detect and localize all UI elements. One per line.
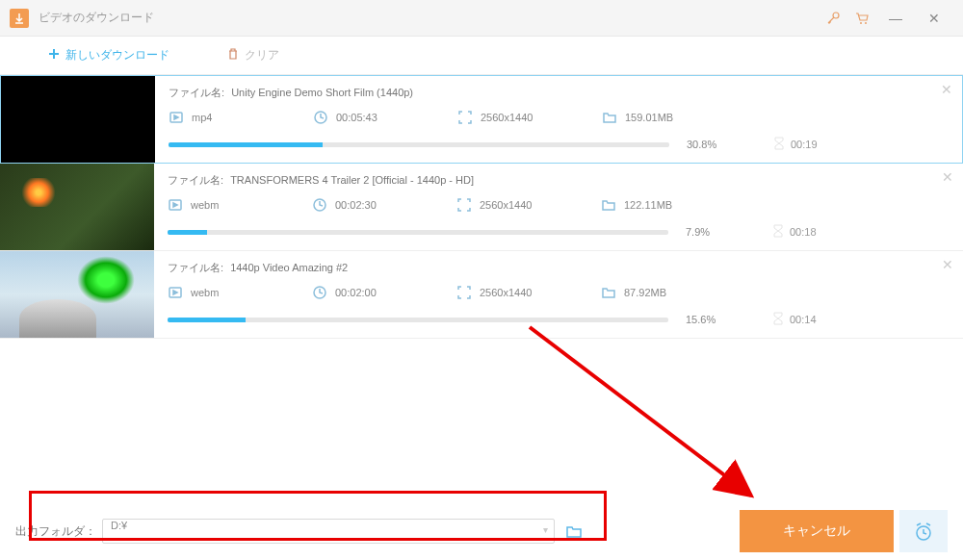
trash-icon <box>227 48 239 63</box>
meta-row: mp4 00:05:43 2560x1440 159.01MB <box>169 110 949 125</box>
format-cell: webm <box>168 285 312 300</box>
resolution-cell: 2560x1440 <box>456 197 601 213</box>
filename-value: Unity Engine Demo Short Film (1440p) <box>231 87 413 98</box>
download-list: ファイル名: Unity Engine Demo Short Film (144… <box>0 75 963 339</box>
close-window-button[interactable]: ✕ <box>915 0 953 37</box>
size-cell: 122.11MB <box>601 197 745 213</box>
footer: 出力フォルダ： D:¥ ▾ キャンセル <box>0 502 963 560</box>
filename-value: TRANSFORMERS 4 Trailer 2 [Official - 144… <box>230 174 474 186</box>
progress-percent: 30.8% <box>687 139 735 150</box>
progress-row: 30.8% 00:19 <box>169 137 949 152</box>
hourglass-icon <box>772 312 784 327</box>
svg-point-1 <box>860 22 862 24</box>
thumbnail <box>1 76 155 163</box>
format-cell: mp4 <box>169 110 313 125</box>
duration-cell: 00:05:43 <box>313 110 457 125</box>
folder-icon <box>602 110 617 125</box>
format-icon <box>169 110 184 125</box>
clock-icon <box>312 285 327 300</box>
thumbnail <box>0 251 154 338</box>
format-icon <box>168 197 183 213</box>
download-row[interactable]: ファイル名: TRANSFORMERS 4 Trailer 2 [Officia… <box>0 164 963 251</box>
browse-folder-button[interactable] <box>560 519 587 544</box>
size-cell: 159.01MB <box>602 110 746 125</box>
cancel-button[interactable]: キャンセル <box>740 510 894 552</box>
resolution-icon <box>456 197 472 213</box>
size-cell: 87.92MB <box>601 285 745 300</box>
filename-line: ファイル名: Unity Engine Demo Short Film (144… <box>169 86 949 100</box>
eta: 00:14 <box>772 312 817 327</box>
meta-row: webm 00:02:30 2560x1440 122.11MB <box>168 197 950 213</box>
hourglass-icon <box>772 224 784 240</box>
format-cell: webm <box>168 197 312 213</box>
format-icon <box>168 285 183 300</box>
titlebar: ビデオのダウンロード — ✕ <box>0 0 963 37</box>
resolution-cell: 2560x1440 <box>456 285 601 300</box>
resolution-cell: 2560x1440 <box>457 110 602 125</box>
remove-download-button[interactable]: ✕ <box>941 82 952 97</box>
cart-icon[interactable] <box>847 4 876 33</box>
remove-download-button[interactable]: ✕ <box>942 257 953 272</box>
clock-icon <box>312 197 327 213</box>
cancel-label: キャンセル <box>783 522 850 540</box>
output-folder-input[interactable]: D:¥ ▾ <box>102 519 555 544</box>
progress-bar <box>168 318 668 322</box>
clock-icon <box>313 110 328 125</box>
toolbar: 新しいダウンロード クリア <box>0 37 963 75</box>
progress-row: 7.9% 00:18 <box>168 224 950 240</box>
duration-cell: 00:02:00 <box>312 285 456 300</box>
output-folder-value: D:¥ <box>111 520 127 531</box>
new-download-label: 新しいダウンロード <box>65 47 169 64</box>
filename-label: ファイル名: <box>168 262 223 273</box>
filename-label: ファイル名: <box>168 174 223 186</box>
progress-percent: 15.6% <box>686 314 734 325</box>
duration-cell: 00:02:30 <box>312 197 456 213</box>
progress-bar <box>169 142 669 147</box>
filename-label: ファイル名: <box>169 87 224 98</box>
download-info: ファイル名: TRANSFORMERS 4 Trailer 2 [Officia… <box>154 164 963 250</box>
folder-icon <box>601 285 616 300</box>
svg-line-10 <box>530 327 751 496</box>
svg-point-2 <box>865 22 867 24</box>
download-row[interactable]: ファイル名: 1440p Video Amazing #2 webm 00:02… <box>0 251 963 339</box>
app-logo <box>10 9 29 28</box>
chevron-down-icon: ▾ <box>543 524 548 535</box>
clear-label: クリア <box>245 47 279 64</box>
minimize-button[interactable]: — <box>876 0 915 37</box>
key-icon[interactable] <box>819 4 847 33</box>
thumbnail <box>0 164 154 250</box>
remove-download-button[interactable]: ✕ <box>942 169 953 185</box>
eta: 00:18 <box>772 224 817 240</box>
hourglass-icon <box>773 137 785 152</box>
filename-line: ファイル名: TRANSFORMERS 4 Trailer 2 [Officia… <box>168 173 950 188</box>
annotation-arrow <box>520 318 790 520</box>
folder-icon <box>601 197 616 213</box>
output-folder-area: 出力フォルダ： D:¥ ▾ <box>15 519 740 544</box>
download-info: ファイル名: Unity Engine Demo Short Film (144… <box>155 76 962 163</box>
plus-icon <box>48 48 60 63</box>
meta-row: webm 00:02:00 2560x1440 87.92MB <box>168 285 950 300</box>
clear-button[interactable]: クリア <box>227 47 279 64</box>
download-info: ファイル名: 1440p Video Amazing #2 webm 00:02… <box>154 251 963 338</box>
new-download-button[interactable]: 新しいダウンロード <box>48 47 169 64</box>
schedule-button[interactable] <box>899 510 948 552</box>
progress-row: 15.6% 00:14 <box>168 312 950 327</box>
output-folder-label: 出力フォルダ： <box>15 523 96 540</box>
filename-value: 1440p Video Amazing #2 <box>230 262 348 273</box>
filename-line: ファイル名: 1440p Video Amazing #2 <box>168 261 950 275</box>
progress-bar <box>168 230 668 235</box>
progress-percent: 7.9% <box>686 226 734 238</box>
window-title: ビデオのダウンロード <box>39 10 819 26</box>
resolution-icon <box>457 110 473 125</box>
eta: 00:19 <box>773 137 818 152</box>
download-row[interactable]: ファイル名: Unity Engine Demo Short Film (144… <box>0 75 963 164</box>
resolution-icon <box>456 285 472 300</box>
